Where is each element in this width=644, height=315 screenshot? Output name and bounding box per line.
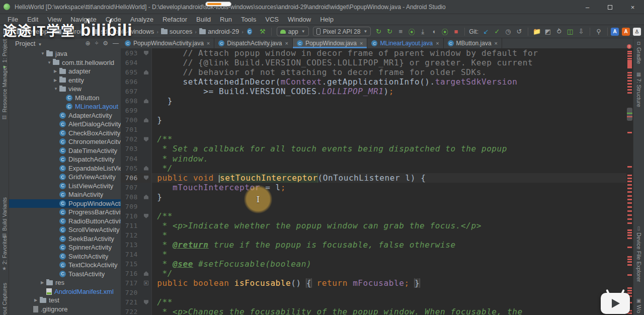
- breadcrumb-item[interactable]: android›: [55, 28, 92, 35]
- tree-item-checkboxacitivity[interactable]: CCheckBoxAcitivity: [9, 129, 121, 138]
- tree-expand-arrow[interactable]: ▶: [54, 69, 59, 73]
- translate-blue-icon[interactable]: A: [611, 28, 619, 36]
- tab-close-icon[interactable]: ×: [285, 40, 288, 46]
- close-button[interactable]: ×: [621, 0, 644, 14]
- tree-item-mainactivity[interactable]: CMainActivity: [9, 190, 121, 199]
- tree-item-datetimeactivity[interactable]: CDateTimeActivity: [9, 146, 121, 155]
- tab-close-icon[interactable]: ×: [207, 40, 210, 46]
- tree-item-spinneractivity[interactable]: CSpinnerActivity: [9, 243, 121, 252]
- menu-window[interactable]: Window: [283, 14, 315, 25]
- fold-gutter[interactable]: [141, 297, 152, 307]
- profiler-list-icon[interactable]: ≡: [395, 27, 406, 37]
- profile-gauge-icon[interactable]: ◖: [428, 27, 439, 37]
- menu-file[interactable]: File: [3, 14, 23, 25]
- fold-marker-icon[interactable]: [144, 51, 148, 55]
- tree-item-java[interactable]: ▼java: [9, 49, 121, 58]
- tool-stripe-button-layout-captures[interactable]: Layout Captures▣: [0, 283, 9, 315]
- fold-gutter[interactable]: [141, 173, 152, 183]
- fold-marker-icon[interactable]: [144, 271, 148, 276]
- tree-item-textclockactivity[interactable]: CTextClockActivity: [9, 261, 121, 270]
- tree-expand-arrow[interactable]: ▶: [41, 280, 46, 285]
- tree-item-view[interactable]: ▼view: [9, 85, 121, 94]
- git-history-icon[interactable]: ◷: [503, 27, 514, 37]
- tree-expand-arrow[interactable]: ▼: [54, 87, 59, 91]
- stop-icon[interactable]: ■: [450, 27, 461, 37]
- tree-item-radiobuttonactivity[interactable]: CRadioButtonActivity: [9, 217, 121, 226]
- tree-item-mlinearlayout[interactable]: CMLinearLayout: [9, 102, 121, 111]
- tree-item-scrollviewactivity[interactable]: CScrollViewActivity: [9, 225, 121, 234]
- tree-expand-arrow[interactable]: ▼: [47, 60, 53, 65]
- fold-marker-icon[interactable]: +: [144, 281, 148, 285]
- tree-item-gridviewactivity[interactable]: CGridViewActivity: [9, 173, 121, 182]
- tree-expand-arrow[interactable]: ▶: [34, 298, 40, 302]
- sdk-manager-icon[interactable]: ⇩: [576, 27, 587, 37]
- fold-gutter[interactable]: [141, 164, 152, 173]
- debug-icon[interactable]: ⦿: [406, 27, 417, 37]
- search-everywhere-icon[interactable]: ⚲: [593, 27, 604, 37]
- tab-close-icon[interactable]: ×: [495, 40, 498, 46]
- tool-stripe-button-resource-manager[interactable]: Resource Manager▤: [0, 65, 9, 120]
- fold-marker-icon[interactable]: [144, 176, 148, 180]
- tool-stripe-button-2--favorites[interactable]: 2: Favorites★: [0, 235, 9, 271]
- fold-marker-icon[interactable]: [144, 70, 148, 74]
- build-hammer-icon[interactable]: ⚒: [257, 27, 268, 37]
- tree-expand-arrow[interactable]: ▶: [54, 78, 59, 83]
- tree-item--gitignore[interactable]: .gitignore: [9, 305, 121, 314]
- tree-item-mbutton[interactable]: CMButton: [9, 94, 121, 103]
- git-commit-icon[interactable]: ✓: [492, 27, 503, 37]
- scrollbar-thumb[interactable]: [627, 108, 632, 121]
- editor-scrollbar-error-stripe[interactable]: [626, 48, 633, 315]
- tree-item-test[interactable]: ▶test: [9, 296, 121, 305]
- menu-edit[interactable]: Edit: [23, 14, 43, 25]
- project-panel-title[interactable]: Project▼: [15, 40, 42, 47]
- breadcrumb-item[interactable]: sources›: [161, 28, 199, 35]
- tree-item-toastactivity[interactable]: CToastActivity: [9, 270, 121, 279]
- editor-tab-mlinearlayout-java[interactable]: CMLinearLayout.java×: [367, 38, 443, 48]
- breadcrumb-item[interactable]: D:›: [3, 28, 17, 35]
- fold-marker-icon[interactable]: [144, 137, 148, 141]
- tree-expand-arrow[interactable]: ▼: [41, 51, 46, 56]
- minimize-button[interactable]: –: [576, 0, 599, 14]
- fold-marker-icon[interactable]: [144, 300, 148, 304]
- fold-gutter[interactable]: [141, 211, 152, 221]
- tab-close-icon[interactable]: ×: [360, 40, 363, 46]
- breadcrumb-item[interactable]: develop›: [17, 28, 55, 35]
- tree-item-com-ttit-helloworld[interactable]: ▼com.ttit.helloworld: [9, 58, 121, 67]
- editor-tab-popupwindow-java[interactable]: CPopupWindow.java×: [293, 38, 368, 48]
- error-count-indicator[interactable]: !: [627, 44, 631, 49]
- device-monitor-icon[interactable]: ◩: [542, 27, 553, 37]
- fold-gutter[interactable]: [141, 67, 152, 77]
- device-select[interactable]: Pixel 2 API 28 ▼: [313, 27, 371, 36]
- gradle-sync-icon[interactable]: ⥁: [553, 27, 565, 37]
- project-structure-icon[interactable]: 📁: [531, 27, 542, 37]
- panel-settings-gear-icon[interactable]: ⚙: [103, 40, 108, 47]
- fold-marker-icon[interactable]: [144, 195, 148, 199]
- maximize-button[interactable]: [599, 0, 621, 14]
- menu-vcs[interactable]: VCS: [261, 14, 283, 25]
- fold-marker-icon[interactable]: [144, 99, 148, 103]
- tree-item-adapter[interactable]: ▶adapter: [9, 67, 121, 76]
- tree-item-switchactivity[interactable]: CSwitchActivity: [9, 252, 121, 261]
- tool-stripe-button-wo[interactable]: ▣Wo: [633, 298, 644, 313]
- menu-analyze[interactable]: Analyze: [126, 14, 158, 25]
- breadcrumb-class-icon[interactable]: C: [247, 28, 252, 35]
- fold-marker-icon[interactable]: [144, 118, 148, 122]
- fold-gutter[interactable]: [141, 48, 152, 58]
- tree-item-alertdialogactivity[interactable]: CAlertDialogActivity: [9, 120, 121, 129]
- fold-gutter[interactable]: [141, 134, 152, 144]
- tree-item-androidmanifest-xml[interactable]: AndroidManifest.xml: [9, 287, 121, 296]
- menu-view[interactable]: View: [43, 14, 66, 25]
- code-editor[interactable]: 693 // Attach popup window in decor fram…: [121, 48, 626, 315]
- attach-debugger-icon[interactable]: ⤓: [417, 27, 428, 37]
- fold-gutter[interactable]: +: [141, 278, 152, 288]
- tool-stripe-button-build-variants[interactable]: Build Variants▥: [0, 197, 9, 238]
- profile-attach-icon[interactable]: ⦿: [439, 27, 450, 37]
- tool-stripe-button-device-file-explorer[interactable]: ▯Device File Explorer: [633, 225, 644, 282]
- fold-gutter[interactable]: [141, 115, 152, 125]
- run-configuration-select[interactable]: app ▼: [277, 27, 309, 36]
- git-update-icon[interactable]: ↙: [480, 27, 492, 37]
- menu-refactor[interactable]: Refactor: [158, 14, 192, 25]
- fold-marker-icon[interactable]: [144, 166, 148, 171]
- menu-build[interactable]: Build: [192, 14, 215, 25]
- avd-manager-icon[interactable]: ◫: [565, 27, 576, 37]
